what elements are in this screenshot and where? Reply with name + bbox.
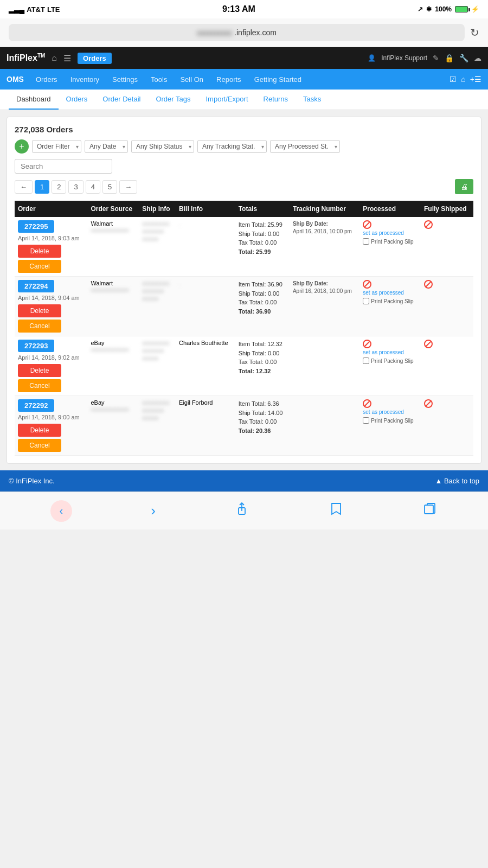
nav-reports[interactable]: Reports (211, 71, 247, 88)
print-packing-slip-checkbox[interactable] (363, 417, 369, 424)
set-as-processed-link[interactable]: set as processed (363, 290, 418, 296)
cancel-button[interactable]: Cancel (18, 320, 61, 333)
ship-info-cell: xxxxxxxxxxxxxxxxxxxxxxxx (139, 396, 176, 456)
plus-list-icon[interactable]: +☰ (470, 75, 481, 84)
print-packing-slip-label[interactable]: Print Packing Slip (363, 238, 418, 245)
page-1-button[interactable]: 1 (35, 180, 49, 194)
delete-button[interactable]: Delete (18, 304, 61, 317)
support-text: InfiPlex Support (381, 54, 427, 62)
print-packing-slip-label[interactable]: Print Packing Slip (363, 358, 418, 364)
ban-icon (363, 340, 371, 348)
tab-orders[interactable]: Orders (59, 90, 95, 110)
set-as-processed-link[interactable]: set as processed (363, 409, 418, 415)
totals-cell: Item Total: 25.99 Ship Total: 0.00 Tax T… (235, 217, 290, 277)
date-filter-wrap: Any Date (85, 140, 128, 153)
ship-status-filter-select[interactable]: Any Ship Status (131, 140, 194, 153)
print-packing-slip-label[interactable]: Print Packing Slip (363, 417, 418, 424)
print-packing-slip-checkbox[interactable] (363, 298, 369, 304)
delete-button[interactable]: Delete (18, 245, 61, 258)
ship-info: xxxxxxxxxxxxxxxxxxxxxxxx (142, 399, 172, 422)
delete-button[interactable]: Delete (18, 364, 61, 377)
tracking-number-cell (290, 336, 359, 396)
bill-info-cell: Charles Bouthiette (176, 336, 235, 396)
col-order: Order (15, 201, 87, 217)
cancel-button[interactable]: Cancel (18, 439, 61, 452)
tab-dashboard[interactable]: Dashboard (9, 90, 59, 110)
cloud-icon[interactable]: ☁ (474, 54, 481, 62)
shipped-ban-icon (424, 399, 433, 408)
fully-shipped-cell (421, 217, 473, 277)
order-id-badge[interactable]: 272294 (18, 280, 54, 292)
table-row: 272294 April 14, 2018, 9:04 am Delete Ca… (15, 277, 473, 336)
prev-page-button[interactable]: ← (15, 180, 33, 194)
nav-tools[interactable]: Tools (145, 71, 172, 88)
brand-name: InfiPlexTM (7, 53, 45, 63)
source-details: xxxxxxxxxxxxxx (91, 406, 136, 413)
source-cell: Walmart xxxxxxxxxxxxxx (87, 277, 139, 336)
print-packing-slip-label[interactable]: Print Packing Slip (363, 298, 418, 304)
page-2-button[interactable]: 2 (52, 180, 66, 194)
tab-tasks[interactable]: Tasks (296, 90, 329, 110)
page-3-button[interactable]: 3 (68, 180, 83, 194)
checkmark-icon[interactable]: ☑ (450, 75, 457, 84)
print-button[interactable]: 🖨 (455, 179, 473, 194)
order-id-badge[interactable]: 272292 (18, 399, 54, 412)
col-totals: Totals (235, 201, 290, 217)
page-5-button[interactable]: 5 (102, 180, 117, 194)
cancel-button[interactable]: Cancel (18, 260, 61, 273)
delete-button[interactable]: Delete (18, 424, 61, 437)
ios-forward-button[interactable]: › (151, 502, 156, 519)
browser-bar: xxxxxxxxxx .infiplex.com ↻ (0, 18, 488, 47)
location-icon: ↗ (418, 5, 423, 13)
tracking-number-cell: Ship By Date: April 16, 2018, 10:00 pm (290, 217, 359, 277)
tab-import-export[interactable]: Import/Export (198, 90, 256, 110)
nav-orders[interactable]: Orders (30, 71, 63, 88)
ios-bookmark-button[interactable] (329, 501, 344, 520)
nav-getting-started[interactable]: Getting Started (249, 71, 307, 88)
page-4-button[interactable]: 4 (86, 180, 100, 194)
order-cell: 272292 April 14, 2018, 9:00 am Delete Ca… (15, 396, 87, 456)
order-id-badge[interactable]: 272293 (18, 340, 54, 352)
home-icon[interactable]: ⌂ (52, 53, 57, 63)
nav-inventory[interactable]: Inventory (65, 71, 105, 88)
tracking-number-cell: Ship By Date: April 16, 2018, 10:00 pm (290, 277, 359, 336)
totals-detail: Item Total: 12.32 Ship Total: 0.00 Tax T… (239, 340, 286, 375)
ios-tabs-button[interactable] (422, 501, 438, 520)
set-as-processed-link[interactable]: set as processed (363, 230, 418, 236)
tab-order-detail[interactable]: Order Detail (95, 90, 148, 110)
processed-filter-select[interactable]: Any Processed St. (270, 140, 340, 153)
back-to-top-button[interactable]: ▲ Back to top (435, 477, 479, 485)
next-page-button[interactable]: → (119, 180, 137, 194)
tools-icon[interactable]: 🔧 (459, 54, 468, 62)
edit-icon[interactable]: ✎ (433, 54, 439, 62)
cancel-button[interactable]: Cancel (18, 379, 61, 392)
date-filter-select[interactable]: Any Date (85, 140, 128, 153)
home-nav-icon[interactable]: ⌂ (461, 75, 465, 84)
nav-settings[interactable]: Settings (107, 71, 143, 88)
print-packing-slip-checkbox[interactable] (363, 238, 369, 245)
set-as-processed-link[interactable]: set as processed (363, 349, 418, 355)
add-filter-button[interactable]: + (15, 139, 29, 154)
refresh-button[interactable]: ↻ (470, 26, 479, 39)
tab-order-tags[interactable]: Order Tags (148, 90, 198, 110)
tab-returns[interactable]: Returns (256, 90, 296, 110)
menu-icon[interactable]: ☰ (63, 53, 71, 63)
tracking-filter-select[interactable]: Any Tracking Stat. (197, 140, 267, 153)
print-packing-slip-checkbox[interactable] (363, 358, 369, 364)
shipped-ban-icon (424, 340, 433, 348)
nav-sell-on[interactable]: Sell On (175, 71, 209, 88)
search-input[interactable] (15, 159, 112, 174)
ios-share-button[interactable] (234, 501, 249, 520)
fully-shipped-cell (421, 277, 473, 336)
tracking-filter-wrap: Any Tracking Stat. (197, 140, 267, 153)
status-left: ▂▃▄ AT&T LTE (9, 5, 60, 14)
url-bar[interactable]: xxxxxxxxxx .infiplex.com (9, 24, 465, 41)
orders-badge[interactable]: Orders (78, 53, 112, 64)
source-details: xxxxxxxxxxxxxx (91, 227, 136, 234)
order-id-badge[interactable]: 272295 (18, 220, 54, 233)
ios-back-button[interactable]: ‹ (50, 500, 72, 522)
order-filter-select[interactable]: Order Filter (32, 140, 81, 153)
totals-detail: Item Total: 25.99 Ship Total: 0.00 Tax T… (239, 220, 286, 256)
order-source: Walmart (91, 220, 136, 227)
lock-icon[interactable]: 🔒 (445, 54, 454, 62)
